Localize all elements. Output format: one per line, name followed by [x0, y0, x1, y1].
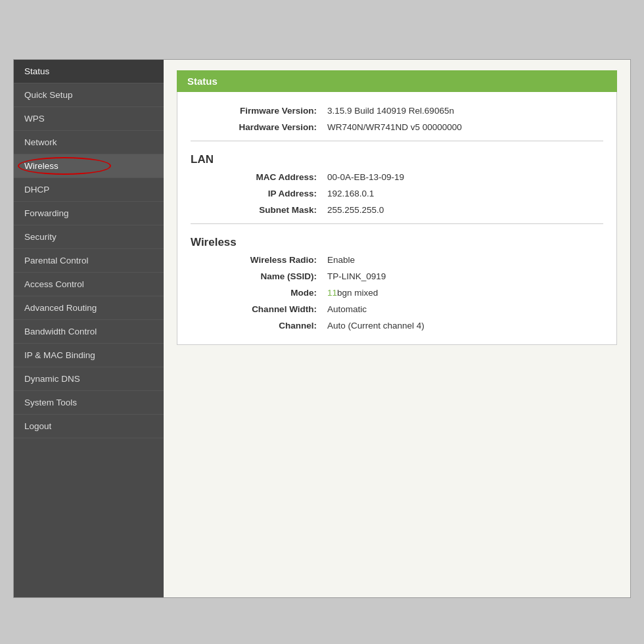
- sidebar-item-forwarding[interactable]: Forwarding: [14, 202, 164, 225]
- sidebar-item-wps[interactable]: WPS: [14, 107, 164, 131]
- hardware-label: Hardware Version:: [191, 119, 322, 135]
- divider-1: [191, 141, 603, 141]
- hardware-row: Hardware Version: WR740N/WR741ND v5 0000…: [191, 119, 603, 135]
- channel-width-label: Channel Width:: [191, 301, 322, 317]
- sidebar-item-wireless[interactable]: Wireless: [14, 154, 164, 178]
- sidebar-item-dhcp[interactable]: DHCP: [14, 178, 164, 202]
- mac-value: 00-0A-EB-13-09-19: [322, 169, 603, 185]
- sidebar-item-parental-control[interactable]: Parental Control: [14, 249, 164, 273]
- ip-label: IP Address:: [191, 185, 322, 202]
- subnet-row: Subnet Mask: 255.255.255.0: [191, 202, 603, 218]
- subnet-value: 255.255.255.0: [322, 202, 603, 218]
- section-header: Status: [177, 70, 617, 92]
- sidebar-item-dynamic-dns[interactable]: Dynamic DNS: [14, 367, 164, 391]
- sidebar-item-advanced-routing[interactable]: Advanced Routing: [14, 296, 164, 320]
- channel-width-row: Channel Width: Automatic: [191, 301, 603, 317]
- lan-table: MAC Address: 00-0A-EB-13-09-19 IP Addres…: [191, 169, 603, 218]
- ssid-value: TP-LINK_0919: [322, 268, 603, 285]
- ip-value: 192.168.0.1: [322, 185, 603, 202]
- mode-label: Mode:: [191, 285, 322, 301]
- channel-width-value: Automatic: [322, 301, 603, 317]
- firmware-table: Firmware Version: 3.15.9 Build 140919 Re…: [191, 103, 603, 135]
- subnet-label: Subnet Mask:: [191, 202, 322, 218]
- mode-row: Mode: 11bgn mixed: [191, 285, 603, 301]
- mode-green-text: 11: [327, 288, 337, 298]
- sidebar-item-status[interactable]: Status: [14, 60, 164, 83]
- hardware-value: WR740N/WR741ND v5 00000000: [322, 119, 603, 135]
- ip-row: IP Address: 192.168.0.1: [191, 185, 603, 202]
- wireless-label: Wireless: [24, 161, 58, 171]
- page-wrapper: StatusQuick SetupWPSNetworkWirelessDHCPF…: [0, 0, 644, 644]
- ssid-row: Name (SSID): TP-LINK_0919: [191, 268, 603, 285]
- divider-2: [191, 223, 603, 224]
- router-ui: StatusQuick SetupWPSNetworkWirelessDHCPF…: [13, 59, 631, 598]
- sidebar-item-quick-setup[interactable]: Quick Setup: [14, 83, 164, 107]
- channel-value: Auto (Current channel 4): [322, 317, 603, 334]
- firmware-row: Firmware Version: 3.15.9 Build 140919 Re…: [191, 103, 603, 119]
- mac-label: MAC Address:: [191, 169, 322, 185]
- main-content: Status Firmware Version: 3.15.9 Build 14…: [164, 60, 630, 597]
- content-area: Firmware Version: 3.15.9 Build 140919 Re…: [177, 92, 617, 345]
- firmware-value: 3.15.9 Build 140919 Rel.69065n: [322, 103, 603, 119]
- sidebar-item-network[interactable]: Network: [14, 131, 164, 154]
- firmware-label: Firmware Version:: [191, 103, 322, 119]
- sidebar-item-system-tools[interactable]: System Tools: [14, 391, 164, 415]
- mac-row: MAC Address: 00-0A-EB-13-09-19: [191, 169, 603, 185]
- lan-title: LAN: [191, 147, 603, 169]
- sidebar-item-access-control[interactable]: Access Control: [14, 273, 164, 296]
- radio-label: Wireless Radio:: [191, 252, 322, 268]
- sidebar: StatusQuick SetupWPSNetworkWirelessDHCPF…: [14, 60, 164, 597]
- sidebar-item-ip-mac-binding[interactable]: IP & MAC Binding: [14, 344, 164, 367]
- mode-suffix-text: bgn mixed: [337, 288, 378, 298]
- wireless-table: Wireless Radio: Enable Name (SSID): TP-L…: [191, 252, 603, 334]
- sidebar-item-security[interactable]: Security: [14, 225, 164, 249]
- radio-value: Enable: [322, 252, 603, 268]
- ssid-label: Name (SSID):: [191, 268, 322, 285]
- wireless-title: Wireless: [191, 229, 603, 252]
- channel-row: Channel: Auto (Current channel 4): [191, 317, 603, 334]
- sidebar-item-logout[interactable]: Logout: [14, 415, 164, 438]
- mode-value: 11bgn mixed: [322, 285, 603, 301]
- sidebar-item-bandwidth-control[interactable]: Bandwidth Control: [14, 320, 164, 344]
- radio-row: Wireless Radio: Enable: [191, 252, 603, 268]
- channel-label: Channel:: [191, 317, 322, 334]
